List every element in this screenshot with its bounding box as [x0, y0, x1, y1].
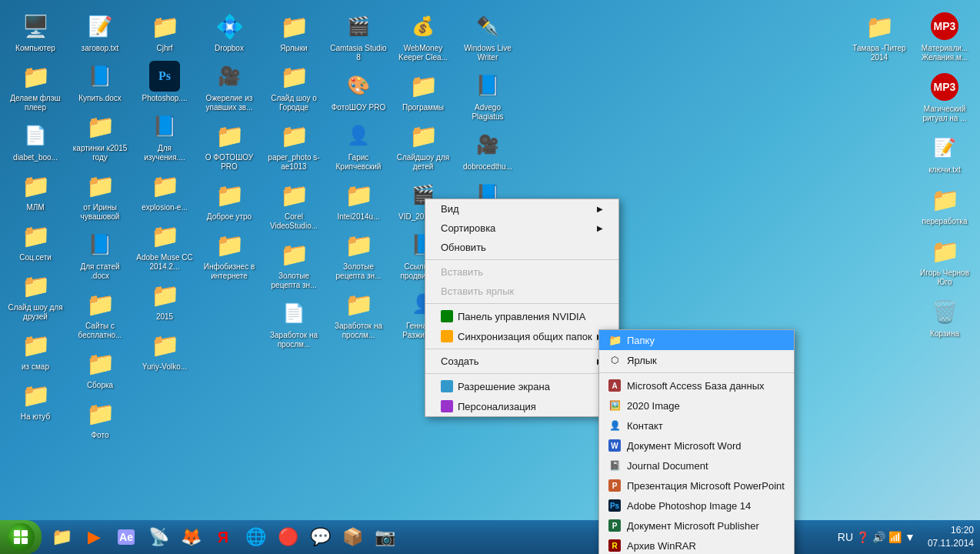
icon-fotoshoy[interactable]: 📁 О ФОТОШОУ PRO: [198, 117, 261, 175]
ctx-razreshenie[interactable]: Разрешение экрана: [425, 376, 618, 396]
icon-corel[interactable]: 📁 Corel VideoStudio...: [262, 176, 325, 234]
submenu-access[interactable]: A Microsoft Access База данных: [599, 375, 794, 395]
icon-cjhrf[interactable]: 📁 Cjhrf: [133, 8, 196, 56]
taskbar-wmp[interactable]: ▶: [79, 522, 108, 552]
clock[interactable]: 16:20 07.11.2014: [922, 524, 980, 550]
submenu-journal[interactable]: 📓 Journal Document: [599, 456, 794, 476]
taskbar-explorer[interactable]: 📁: [47, 522, 76, 552]
icon-yuriy[interactable]: 📁 Yuriy-Volko...: [133, 326, 196, 375]
icon-zolotye[interactable]: 📁 Золотые рецепта зн...: [262, 235, 325, 293]
main-context-menu: Вид ▶ Сортировка ▶ Обновить Вставить Вст…: [425, 199, 619, 417]
icon-materialy[interactable]: MP3 Материали... Желания.м...: [913, 8, 976, 65]
ctx-nvidia[interactable]: Панель управления NVIDIA: [425, 306, 618, 326]
icon-fotoshowpro[interactable]: 🎨 ФотоШОУ PRO: [327, 67, 390, 115]
svg-rect-0: [14, 530, 20, 536]
ctx-obnovit-label: Обновить: [441, 242, 486, 253]
icon-dobro[interactable]: 🎥 dobrocedthu...: [456, 126, 519, 175]
icon-programmy[interactable]: 📁 Программы: [392, 67, 455, 115]
icon-korzina[interactable]: 🗑️ Корзина: [913, 293, 976, 342]
tray-arrow[interactable]: ▼: [905, 531, 915, 543]
icon-ozherelie[interactable]: 🎥 Ожерелие из упавших зв...: [198, 58, 261, 115]
taskbar-firefox[interactable]: 🦊: [176, 522, 205, 552]
right-icon-column: MP3 Материали... Желания.м... MP3 Магиче…: [913, 8, 976, 342]
submenu-papku[interactable]: 📁 Папку: [599, 330, 794, 350]
icon-dobroeutro[interactable]: 📁 Доброе утро: [198, 176, 261, 225]
icon-izsmara[interactable]: 📁 из смар: [4, 326, 67, 375]
taskbar-filezilla[interactable]: 📡: [144, 522, 173, 552]
submenu-adobeps-label: Adobe Photoshop Image 14: [627, 500, 751, 512]
icon-otiriny[interactable]: 📁 от Ирины чувашовой: [68, 167, 132, 225]
icon-kupit[interactable]: 📘 Купить.docx: [68, 58, 132, 106]
icon-magich[interactable]: MP3 Магический ритуал на ...: [913, 68, 976, 126]
icon-klyuchi[interactable]: 📝 ключи.txt: [913, 129, 976, 178]
submenu-publisher[interactable]: P Документ Microsoft Publisher: [599, 516, 794, 536]
icon-webmoney[interactable]: 💰 WebMoney Keeper Clea...: [392, 8, 455, 65]
taskbar-app1[interactable]: 📦: [338, 522, 367, 552]
taskbar-opera[interactable]: 🔴: [273, 522, 302, 552]
icon-camtasia[interactable]: 🎬 Camtasia Studio 8: [327, 8, 390, 65]
icon-computer[interactable]: 🖥️ Компьютер: [4, 8, 67, 56]
icon-zolotye2[interactable]: 📁 Золотые рецепта зн...: [327, 226, 390, 284]
icon-slaydshowgorod[interactable]: 📁 Слайд шоу о Городце: [262, 58, 325, 115]
icon-zarabot[interactable]: 📄 Заработок на прослм...: [262, 295, 325, 352]
icon-tamara[interactable]: 📁 Тамара -Питер 2014: [848, 8, 911, 65]
icon-kartinki[interactable]: 📁 картинки к2015 году: [68, 108, 132, 165]
submenu-yarlyk[interactable]: ⬡ Ярлык: [599, 350, 794, 370]
ctx-obnovit[interactable]: Обновить: [425, 238, 618, 257]
icon-igore[interactable]: 📁 Игорь Чернов Юго: [913, 232, 976, 290]
icon-photoshop[interactable]: Ps Photoshop....: [133, 58, 196, 106]
icon-sborka[interactable]: 📁 Сборка: [68, 345, 132, 393]
icon-infobiznes[interactable]: 📁 Инфобизнес в интернете: [198, 226, 261, 284]
taskbar-chrome[interactable]: 🌐: [241, 522, 270, 552]
icon-advego[interactable]: 📘 Advego Plagiatus: [456, 67, 519, 125]
icon-delaem[interactable]: 📁 Делаем флэш плеер: [4, 58, 67, 115]
taskbar-yandex[interactable]: Я: [208, 522, 238, 552]
icon-slaydshow[interactable]: 📁 Слайд шоу для друзей: [4, 267, 67, 325]
icon-adobemuse[interactable]: 📁 Adobe Muse CC 2014.2...: [133, 217, 196, 275]
icon-zagovor[interactable]: 📝 заговор.txt: [68, 8, 132, 56]
ctx-vstavit-yarlyk-label: Вставить ярлык: [441, 285, 514, 297]
icon-foto[interactable]: 📁 Фото: [68, 395, 132, 443]
icon-slayddeti[interactable]: 📁 Слайдшоу для детей: [392, 117, 455, 175]
icon-sayty[interactable]: 📁 Сайты с бесплатно...: [68, 285, 132, 343]
start-button[interactable]: [0, 520, 42, 554]
taskbar-skype[interactable]: 💬: [305, 522, 335, 552]
ctx-personalizaciya[interactable]: Персонализация: [425, 396, 618, 416]
ctx-vid[interactable]: Вид ▶: [425, 199, 618, 219]
icon-2015[interactable]: 📁 2015: [133, 276, 196, 325]
ctx-sozdat[interactable]: Создать ▶: [425, 352, 618, 371]
icon-dropbox[interactable]: 💠 Dropbox: [198, 8, 261, 56]
submenu-ppt[interactable]: P Презентация Microsoft PowerPoint: [599, 476, 794, 496]
icon-pererabotka[interactable]: 📁 переработка: [913, 181, 976, 229]
icon-paperphoto[interactable]: 📁 paper_photo s-ae1013: [262, 117, 325, 175]
taskbar-app2[interactable]: 📷: [370, 522, 399, 552]
icon-dlastati[interactable]: 📘 Для статей .docx: [68, 226, 132, 284]
submenu-kontakt[interactable]: 👤 Контакт: [599, 416, 794, 436]
icon-intel2014[interactable]: 📁 Intei2014u...: [327, 176, 390, 225]
icon-yarlyky[interactable]: 📁 Ярлыки: [262, 8, 325, 56]
icon-dlaizy[interactable]: 📘 Для изучения....: [133, 108, 196, 165]
icon-socseti[interactable]: 📁 Соц.сети: [4, 217, 67, 265]
ctx-sortirovka[interactable]: Сортировка ▶: [425, 219, 618, 238]
tray-question[interactable]: ❓: [856, 531, 869, 543]
taskbar-aftereffects[interactable]: Ae: [112, 522, 141, 552]
system-tray: RU ❓ 🔊 📶 ▼: [832, 531, 922, 543]
tray-lang[interactable]: RU: [838, 531, 853, 543]
submenu-adobeps[interactable]: Ps Adobe Photoshop Image 14: [599, 496, 794, 516]
submenu-docword[interactable]: W Документ Microsoft Word: [599, 436, 794, 456]
icon-explosion[interactable]: 📁 explosion-e...: [133, 167, 196, 215]
icon-windowslive[interactable]: ✒️ Windows Live Writer: [456, 8, 519, 65]
icon-mlm[interactable]: 📁 МЛМ: [4, 167, 67, 215]
tray-network[interactable]: 🔊: [872, 531, 885, 543]
icon-diabet[interactable]: 📄 diabet_boo...: [4, 117, 67, 165]
icon-zarabot2[interactable]: 📁 Заработок на прослм...: [327, 285, 390, 343]
submenu-winrar[interactable]: R Архив WinRAR: [599, 536, 794, 554]
ctx-vid-label: Вид: [441, 203, 459, 215]
submenu-docword-label: Документ Microsoft Word: [627, 440, 741, 452]
tray-volume[interactable]: 📶: [888, 531, 902, 543]
icon-nayutube[interactable]: 📁 На ютуб: [4, 376, 67, 425]
folder-icon: 📁: [608, 334, 621, 346]
ctx-sync[interactable]: Синхронизация общих папок ▶: [425, 326, 618, 346]
icon-garris[interactable]: 👤 Гарис Крипчевский: [327, 117, 390, 175]
submenu-image2020[interactable]: 🖼️ 2020 Image: [599, 395, 794, 416]
